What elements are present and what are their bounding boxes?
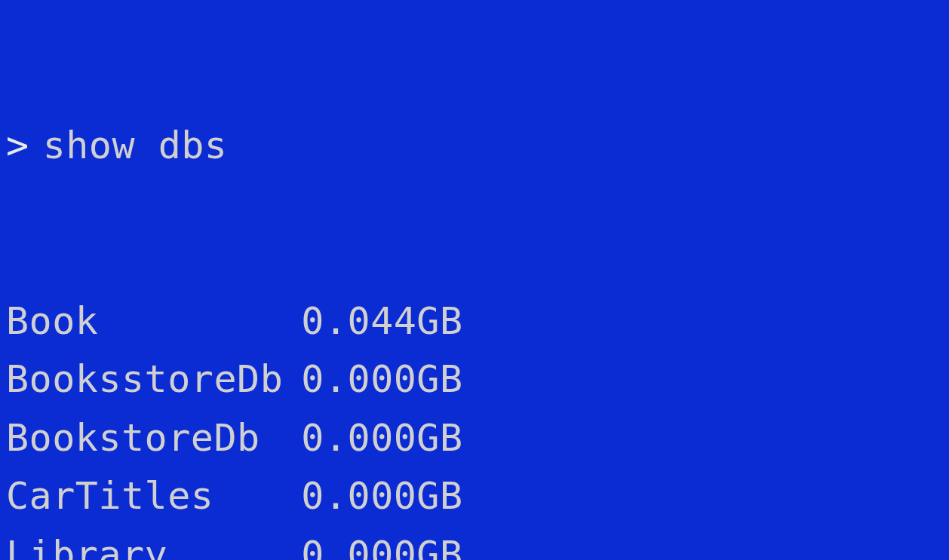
prompt-line: > show dbs xyxy=(6,117,943,176)
prompt-symbol: > xyxy=(6,117,43,176)
database-name: CarTitles xyxy=(6,467,301,526)
database-size: 0.000GB xyxy=(301,467,462,526)
database-list: Book0.044GBBooksstoreDb0.000GBBookstoreD… xyxy=(6,292,943,561)
database-name: Book xyxy=(6,292,301,351)
database-size: 0.044GB xyxy=(301,292,462,351)
database-row: BookstoreDb0.000GB xyxy=(6,409,943,468)
database-row: BooksstoreDb0.000GB xyxy=(6,350,943,409)
database-row: CarTitles0.000GB xyxy=(6,467,943,526)
database-size: 0.000GB xyxy=(301,526,462,561)
database-name: BooksstoreDb xyxy=(6,350,301,409)
command-text: show dbs xyxy=(43,117,228,176)
database-size: 0.000GB xyxy=(301,409,462,468)
database-row: Library0.000GB xyxy=(6,526,943,561)
database-name: Library xyxy=(6,526,301,561)
terminal-output[interactable]: > show dbs Book0.044GBBooksstoreDb0.000G… xyxy=(6,0,943,560)
database-size: 0.000GB xyxy=(301,350,462,409)
database-row: Book0.044GB xyxy=(6,292,943,351)
database-name: BookstoreDb xyxy=(6,409,301,468)
